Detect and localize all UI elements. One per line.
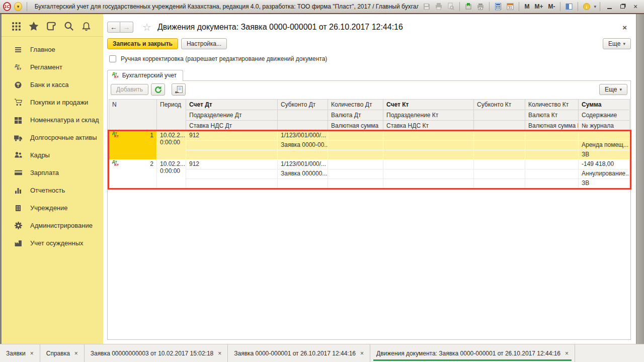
refresh-icon[interactable] (151, 83, 165, 96)
add-by-copy-icon[interactable] (172, 83, 186, 96)
row2-content[interactable]: Аннулирование... (579, 169, 630, 179)
print-icon[interactable] (434, 2, 444, 12)
search-icon[interactable] (64, 21, 74, 31)
calendar-icon[interactable]: 31 (505, 2, 515, 12)
cell[interactable] (328, 169, 383, 179)
minimize-button[interactable] (604, 2, 615, 11)
info-caret-icon[interactable]: ▾ (594, 1, 596, 12)
row1-period-cell[interactable]: 10.02.2... 0:00:00 (157, 131, 186, 160)
cell[interactable] (383, 150, 474, 160)
sidebar-item-pokupki-prodazhi[interactable]: Покупки и продажи (2, 94, 103, 111)
bottom-tab-zayavka-3[interactable]: Заявка 00000000003 от 10.02.2017 15:02:1… (85, 344, 228, 362)
col-subkonto-kt[interactable]: Субконто Кт (474, 100, 525, 110)
sidebar-item-kadry[interactable]: Кадры (2, 146, 103, 164)
cell[interactable] (474, 160, 525, 169)
col-schet-kt[interactable]: Счет Кт (383, 100, 474, 110)
history-scroll-icon[interactable] (46, 21, 56, 31)
col-valyuta-dt[interactable]: Валюта Дт (328, 110, 383, 121)
cell[interactable] (278, 179, 328, 189)
col-kolichestvo-dt[interactable]: Количество Дт (328, 100, 383, 110)
cell[interactable] (525, 160, 579, 169)
back-button[interactable]: ← (107, 22, 120, 33)
row1-subconto-dt[interactable]: 1/123/001/000/... (278, 131, 328, 141)
close-tab-icon[interactable]: × (565, 350, 569, 357)
movement-row-2[interactable]: ДтКт 2 10.02.2... 0:00:00 912 1/123/001/… (109, 160, 630, 189)
memory-m-minus-button[interactable]: M- (546, 3, 556, 10)
print-preview-icon[interactable] (446, 2, 456, 12)
save-icon[interactable] (422, 2, 432, 12)
save-and-close-button[interactable]: Записать и закрыть (107, 38, 178, 49)
sidebar-item-administrirovanie[interactable]: Администрирование (2, 217, 103, 234)
cell[interactable] (525, 141, 579, 150)
col-stavka-nds-kt[interactable]: Ставка НДС Кт (383, 121, 474, 131)
cell[interactable] (525, 150, 579, 160)
col-schet-dt[interactable]: Счет Дт (186, 100, 278, 110)
col-podrazdelenie-dt[interactable]: Подразделение Дт (186, 110, 278, 121)
bottom-tab-spravka[interactable]: Справка × (40, 344, 85, 362)
col-period[interactable]: Период (157, 100, 186, 131)
col-stavka-nds-dt[interactable]: Ставка НДС Дт (186, 121, 278, 131)
col-n[interactable]: N (109, 100, 157, 131)
cell[interactable] (525, 179, 579, 189)
bottom-tab-zayavka-1[interactable]: Заявка 0000-000001 от 26.10.2017 12:44:1… (228, 344, 370, 362)
col-kolichestvo-kt[interactable]: Количество Кт (525, 100, 579, 110)
cell[interactable] (474, 179, 525, 189)
add-button[interactable]: Добавить (111, 84, 148, 95)
col-valyutnaya-summa-kt[interactable]: Валютная сумма Кт (525, 121, 579, 131)
sidebar-item-zarplata[interactable]: Зарплата (2, 164, 103, 182)
row2-journal[interactable]: ЗВ (579, 179, 630, 189)
row1-sum[interactable] (579, 131, 630, 141)
cell[interactable] (474, 131, 525, 141)
cell[interactable] (383, 169, 474, 179)
cell[interactable] (383, 179, 474, 189)
sidebar-item-dolgosrochnye-aktivy[interactable]: Долгосрочные активы (2, 129, 103, 146)
print-file-icon[interactable] (475, 2, 486, 12)
sidebar-item-uchrezhdenie[interactable]: Учреждение (2, 199, 103, 217)
all-functions-icon[interactable] (12, 22, 21, 31)
close-tab-icon[interactable]: × (360, 350, 364, 357)
restore-button[interactable] (617, 2, 628, 11)
col-summa[interactable]: Сумма (579, 100, 630, 110)
cell[interactable] (328, 141, 383, 150)
cell[interactable] (278, 150, 328, 160)
col-valyutnaya-summa[interactable]: Валютная сумма (328, 121, 383, 131)
memory-m-plus-button[interactable]: M+ (533, 3, 544, 10)
row1-subconto-dt2[interactable]: Заявка 0000-00... (278, 141, 328, 150)
cell[interactable] (328, 150, 383, 160)
sidebar-item-nomenklatura-sklad[interactable]: Номенклатура и склад (2, 111, 103, 129)
bottom-tab-dvizheniya-active[interactable]: Движения документа: Заявка 0000-000001 о… (370, 344, 575, 362)
cell[interactable] (186, 141, 278, 150)
row1-account-kt[interactable] (383, 131, 474, 141)
col-valyuta-kt[interactable]: Валюта Кт (525, 110, 579, 121)
more-button[interactable]: Еще ▾ (603, 38, 631, 49)
split-window-icon[interactable] (564, 2, 574, 12)
movement-row-1[interactable]: ДтКт 1 10.02.2... 0:00:00 912 1/123/001/… (109, 131, 630, 160)
cell[interactable] (328, 160, 383, 169)
row2-account-kt[interactable] (383, 160, 474, 169)
row2-account-dt[interactable]: 912 (186, 160, 278, 169)
cell[interactable] (186, 179, 278, 189)
bottom-tab-zayavki[interactable]: Заявки × (0, 344, 40, 362)
save-file-icon[interactable] (463, 2, 473, 12)
system-menu-button[interactable]: ▾ (14, 2, 22, 11)
row1-n-cell[interactable]: ДтКт 1 (109, 131, 157, 160)
info-icon[interactable]: i (582, 2, 592, 12)
sidebar-item-otchetnost[interactable]: Отчетность (2, 182, 103, 199)
cell[interactable] (186, 169, 278, 179)
sidebar-item-reglament[interactable]: ДтКт Регламент (2, 58, 103, 76)
settings-button[interactable]: Настройка... (181, 38, 227, 49)
tab-accounting[interactable]: ДтКт Бухгалтерский учет (107, 70, 183, 81)
cell[interactable] (474, 150, 525, 160)
col-podrazdelenie-kt[interactable]: Подразделение Кт (383, 110, 474, 121)
sidebar-item-bank-kassa[interactable]: Банк и касса (2, 76, 103, 94)
cell[interactable] (328, 131, 383, 141)
close-tab-icon[interactable]: × (218, 350, 221, 357)
row2-subconto-dt[interactable]: 1/123/001/000/... (278, 160, 328, 169)
row1-journal[interactable]: ЗВ (579, 150, 630, 160)
table-more-button[interactable]: Еще ▾ (599, 84, 627, 95)
close-form-button[interactable]: × (618, 23, 631, 32)
forward-button[interactable]: → (120, 22, 133, 33)
row1-content[interactable]: Аренда помещ... (579, 141, 630, 150)
cell[interactable] (474, 141, 525, 150)
sidebar-item-uchet-osuzhdennyh[interactable]: Учет осужденных (2, 234, 103, 252)
